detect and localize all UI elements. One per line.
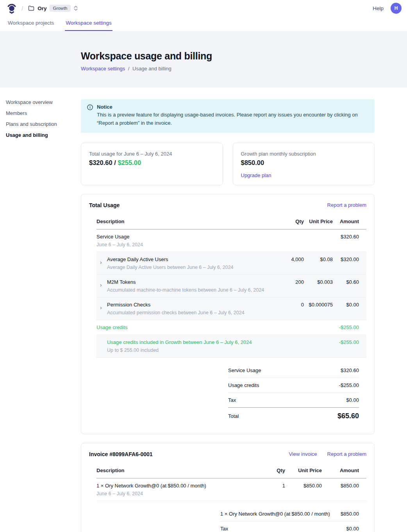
row-qty: 4,000 — [277, 256, 304, 263]
summary-row-tax: Tax $0.00 — [220, 521, 359, 532]
row-title: Permission Checks — [107, 301, 245, 308]
tab-workspace-projects[interactable]: Workspace projects — [7, 16, 55, 31]
view-invoice-link[interactable]: View invoice — [289, 451, 317, 457]
row-subtitle: Average Daily Active Users between June … — [107, 264, 234, 270]
row-subtitle: Accumulated permission checks between Ju… — [107, 310, 245, 316]
summary-row-plan: 1 × Ory Network Growth@0 (at $850.00 / m… — [220, 507, 359, 521]
usage-summary: Service Usage $320.60 Usage credits -$25… — [228, 363, 366, 425]
summary-value: -$255.00 — [339, 382, 359, 388]
summary-label: 1 × Ory Network Growth@0 (at $850.00 / m… — [220, 511, 330, 517]
invoice-table-header: Description Qty Unit Price Amount — [96, 465, 366, 478]
col-qty: Qty — [277, 219, 304, 224]
invoice-panel-title: Invoice #8099AFA6-0001 — [89, 451, 153, 457]
row-subtitle: June 6 – July 6, 2024 — [96, 491, 206, 497]
chevron-updown-icon[interactable] — [74, 5, 78, 11]
subscription-card-value: $850.00 — [241, 159, 367, 167]
invoice-summary: 1 × Ory Network Growth@0 (at $850.00 / m… — [220, 507, 366, 532]
chevron-right-icon[interactable]: › — [96, 259, 107, 265]
chevron-right-icon[interactable]: › — [96, 282, 107, 288]
top-nav: / Ory Growth Help H — [0, 0, 407, 16]
total-usage-panel: Total Usage Report a problem Description… — [81, 194, 375, 434]
row-qty: 0 — [277, 301, 304, 308]
help-link[interactable]: Help — [373, 5, 384, 11]
summary-label: Service Usage — [228, 367, 261, 373]
summary-row-service-usage: Service Usage $320.60 — [228, 363, 359, 378]
invoice-table-row-growth-plan: 1 × Ory Network Growth@0 (at $850.00 / m… — [96, 478, 366, 501]
summary-value: $850.00 — [341, 511, 359, 517]
sidebar-item-plans-and-subscription[interactable]: Plans and subscription — [6, 121, 72, 127]
workspace-name: Ory — [37, 5, 46, 11]
col-unit-price: Unit Price — [304, 219, 333, 224]
table-row-permission-checks[interactable]: › Permission Checks Accumulated permissi… — [96, 297, 366, 320]
sidebar-item-workspace-overview[interactable]: Workspace overview — [6, 99, 72, 105]
total-usage-panel-title: Total Usage — [89, 202, 120, 208]
row-amount: $320.60 — [333, 233, 359, 240]
notice-banner: Notice This is a preview feature for dis… — [81, 99, 375, 133]
row-amount: -$255.00 — [333, 324, 359, 331]
total-usage-card-value: $320.60 / $255.00 — [89, 159, 215, 167]
notice-body: This is a preview feature for displaying… — [97, 111, 368, 127]
table-row-service-usage: Service Usage June 6 – July 6, 2024 $320… — [96, 229, 366, 252]
breadcrumb-current: Usage and billing — [132, 66, 171, 72]
row-amount: $320.00 — [333, 256, 359, 263]
total-usage-card: Total usage for June 6 – July 6, 2024 $3… — [81, 143, 223, 185]
row-amount: $850.00 — [322, 482, 359, 489]
summary-label: Tax — [228, 397, 236, 403]
col-amount: Amount — [333, 219, 359, 224]
row-title: 1 × Ory Network Growth@0 (at $850.00 / m… — [96, 482, 206, 489]
table-row-usage-credits-detail: Usage credits included in Growth between… — [96, 335, 366, 358]
chevron-right-icon[interactable]: › — [96, 305, 107, 311]
workspace-tabs: Workspace projects Workspace settings — [0, 16, 407, 31]
nav-divider-slash: / — [21, 5, 23, 12]
summary-row-usage-credits: Usage credits -$255.00 — [228, 378, 359, 393]
summary-total-value: $65.60 — [337, 412, 359, 420]
row-unit-price: $0.003 — [304, 279, 333, 285]
col-description: Description — [96, 219, 277, 224]
row-amount: -$255.00 — [333, 339, 359, 346]
page-title: Workspace usage and billing — [81, 50, 407, 62]
hero-section: Workspace usage and billing Workspace se… — [0, 31, 407, 88]
row-subtitle: June 6 – July 6, 2024 — [96, 242, 143, 248]
report-a-problem-link[interactable]: Report a problem — [327, 451, 366, 457]
summary-row-tax: Tax $0.00 — [228, 393, 359, 408]
report-a-problem-link[interactable]: Report a problem — [327, 202, 366, 208]
summary-row-total: Total $65.60 — [228, 407, 359, 425]
summary-value: $0.00 — [346, 397, 359, 403]
row-unit-price: $850.00 — [285, 482, 322, 489]
row-title: M2M Tokens — [107, 279, 264, 285]
row-unit-price: $0.000075 — [304, 301, 333, 308]
row-amount: $0.00 — [333, 301, 359, 308]
subscription-card-label: Growth plan monthly subscription — [241, 151, 367, 157]
ory-logo-icon — [7, 3, 16, 14]
main-content: Notice This is a preview feature for dis… — [81, 88, 375, 532]
breadcrumb-link-workspace-settings[interactable]: Workspace settings — [81, 66, 125, 72]
info-icon — [87, 104, 93, 127]
usage-table-header: Description Qty Unit Price Amount — [96, 216, 366, 229]
row-unit-price: $0.08 — [304, 256, 333, 263]
settings-sidebar: Workspace overview Members Plans and sub… — [6, 99, 72, 143]
upgrade-plan-link[interactable]: Upgrade plan — [241, 172, 271, 178]
sidebar-item-members[interactable]: Members — [6, 110, 72, 116]
summary-label: Total — [228, 413, 239, 419]
col-amount: Amount — [322, 468, 359, 473]
row-title: Usage credits — [96, 324, 127, 331]
table-row-average-daily-active-users[interactable]: › Average Daily Active Users Average Dai… — [96, 252, 366, 275]
row-amount: $0.60 — [333, 279, 359, 285]
summary-value: $0.00 — [346, 526, 359, 532]
row-title: Service Usage — [96, 233, 143, 240]
row-title: Usage credits included in Growth between… — [107, 339, 252, 346]
col-qty: Qty — [262, 468, 285, 473]
folder-icon — [28, 5, 34, 11]
sidebar-item-usage-and-billing[interactable]: Usage and billing — [6, 132, 72, 138]
avatar[interactable]: H — [391, 3, 402, 14]
notice-title: Notice — [97, 104, 368, 110]
usage-included-amount: $255.00 — [118, 159, 141, 166]
invoice-panel: Invoice #8099AFA6-0001 View invoice Repo… — [81, 443, 375, 532]
workspace-plan-badge: Growth — [50, 5, 70, 12]
row-qty: 1 — [262, 482, 285, 489]
table-row-m2m-tokens[interactable]: › M2M Tokens Accumulated machine-to-mach… — [96, 275, 366, 297]
tab-workspace-settings[interactable]: Workspace settings — [65, 16, 112, 31]
col-unit-price: Unit Price — [285, 468, 322, 473]
workspace-switcher[interactable]: Ory Growth — [28, 5, 77, 12]
breadcrumb-separator: / — [128, 66, 130, 72]
